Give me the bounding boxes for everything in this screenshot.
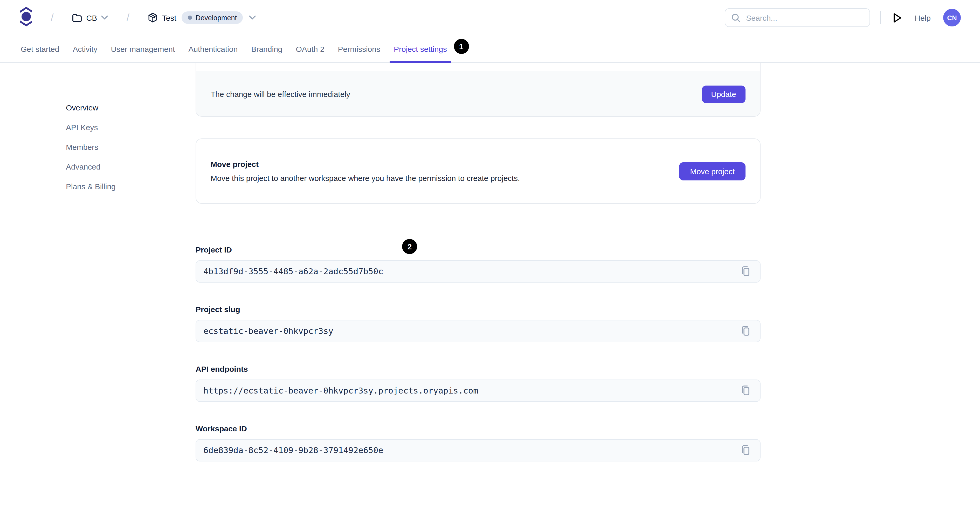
search-input[interactable] — [745, 13, 863, 22]
settings-sidebar: Overview API Keys Members Advanced Plans… — [0, 63, 195, 202]
api-endpoints-input[interactable]: https://ecstatic-beaver-0hkvpcr3sy.proje… — [196, 379, 760, 402]
update-note: The change will be effective immediately — [211, 90, 350, 98]
copy-icon — [740, 444, 751, 456]
field-label: Workspace ID — [196, 424, 760, 433]
field-project-id: Project ID 4b13df9d-3555-4485-a62a-2adc5… — [196, 245, 760, 283]
settings-sidebar-list: Overview API Keys Members Advanced Plans… — [0, 63, 195, 191]
project-id-input[interactable]: 4b13df9d-3555-4485-a62a-2adc55d7b50c — [196, 260, 760, 283]
header-actions: Help CN — [725, 8, 961, 27]
api-endpoints-value: https://ecstatic-beaver-0hkvpcr3sy.proje… — [204, 386, 478, 395]
ory-logo-icon — [20, 7, 32, 27]
app-header: / CB / Test Development — [0, 0, 980, 35]
tab-project-settings[interactable]: Project settings 1 — [394, 35, 447, 62]
workspace-id-value: 6de839da-8c52-4109-9b28-3791492e650e — [204, 445, 383, 455]
copy-project-id-button[interactable] — [739, 264, 752, 278]
project-label: Test — [162, 13, 177, 22]
project-id-fields: 2 Project ID 4b13df9d-3555-4485-a62a-2ad… — [196, 245, 760, 483]
sidebar-item-members[interactable]: Members — [66, 143, 195, 151]
field-label: Project slug — [196, 304, 760, 314]
tab-oauth2[interactable]: OAuth 2 — [296, 35, 325, 62]
search-box — [725, 8, 870, 27]
copy-api-endpoints-button[interactable] — [739, 384, 752, 398]
ory-console-app: / CB / Test Development — [0, 0, 980, 519]
sidebar-item-overview[interactable]: Overview — [66, 104, 195, 112]
field-api-endpoints: API endpoints https://ecstatic-beaver-0h… — [196, 364, 760, 402]
step-badge-1: 1 — [454, 39, 469, 54]
help-link[interactable]: Help — [915, 13, 931, 22]
step-badge-2: 2 — [402, 239, 417, 254]
copy-icon — [740, 325, 751, 337]
header-divider — [880, 11, 881, 24]
move-project-description: Move this project to another workspace w… — [211, 174, 520, 183]
move-project-card: Move project Move this project to anothe… — [196, 138, 760, 204]
field-project-slug: Project slug ecstatic-beaver-0hkvpcr3sy — [196, 304, 760, 342]
move-project-text: Move project Move this project to anothe… — [211, 160, 520, 183]
project-slug-value: ecstatic-beaver-0hkvpcr3sy — [204, 326, 333, 336]
workspace-breadcrumb[interactable]: CB — [72, 13, 108, 22]
play-button[interactable] — [891, 11, 903, 24]
project-tab-bar: Get started Activity User management Aut… — [0, 35, 980, 63]
copy-icon — [740, 385, 751, 397]
sidebar-item-advanced[interactable]: Advanced — [66, 163, 195, 171]
copy-project-slug-button[interactable] — [739, 324, 752, 338]
tab-get-started[interactable]: Get started — [21, 35, 59, 62]
package-icon — [148, 13, 158, 23]
tab-branding[interactable]: Branding — [251, 35, 282, 62]
ory-logo[interactable] — [20, 7, 32, 29]
play-icon — [892, 12, 902, 23]
tab-user-management[interactable]: User management — [111, 35, 175, 62]
project-id-value: 4b13df9d-3555-4485-a62a-2adc55d7b50c — [204, 267, 383, 276]
update-card: The change will be effective immediately… — [196, 63, 760, 117]
workspace-id-input[interactable]: 6de839da-8c52-4109-9b28-3791492e650e — [196, 439, 760, 462]
sidebar-item-api-keys[interactable]: API Keys — [66, 124, 195, 132]
workspace-label: CB — [86, 13, 97, 22]
copy-workspace-id-button[interactable] — [739, 443, 752, 457]
breadcrumb-separator: / — [51, 12, 54, 23]
tab-project-settings-label: Project settings — [394, 44, 447, 53]
move-project-title: Move project — [211, 160, 520, 168]
stage: / CB / Test Development — [0, 0, 980, 519]
tab-activity[interactable]: Activity — [73, 35, 97, 62]
environment-label: Development — [196, 14, 237, 22]
copy-icon — [740, 265, 751, 278]
project-slug-input[interactable]: ecstatic-beaver-0hkvpcr3sy — [196, 320, 760, 342]
field-workspace-id: Workspace ID 6de839da-8c52-4109-9b28-379… — [196, 424, 760, 462]
field-label: API endpoints — [196, 364, 760, 374]
tab-permissions[interactable]: Permissions — [338, 35, 380, 62]
chevron-down-icon — [101, 16, 108, 20]
avatar[interactable]: CN — [943, 9, 961, 27]
sidebar-item-plans-billing[interactable]: Plans & Billing — [66, 183, 195, 191]
project-breadcrumb[interactable]: Test Development — [148, 11, 256, 24]
update-button[interactable]: Update — [702, 85, 746, 103]
field-label: Project ID — [196, 245, 760, 255]
search-icon — [732, 13, 740, 22]
environment-badge: Development — [181, 11, 243, 24]
environment-dot-icon — [188, 16, 192, 20]
chevron-down-icon — [249, 16, 256, 20]
move-project-button[interactable]: Move project — [679, 162, 746, 180]
folder-icon — [72, 13, 82, 22]
breadcrumb-separator: / — [127, 12, 129, 23]
update-card-footer: The change will be effective immediately… — [196, 71, 760, 116]
tab-authentication[interactable]: Authentication — [188, 35, 238, 62]
